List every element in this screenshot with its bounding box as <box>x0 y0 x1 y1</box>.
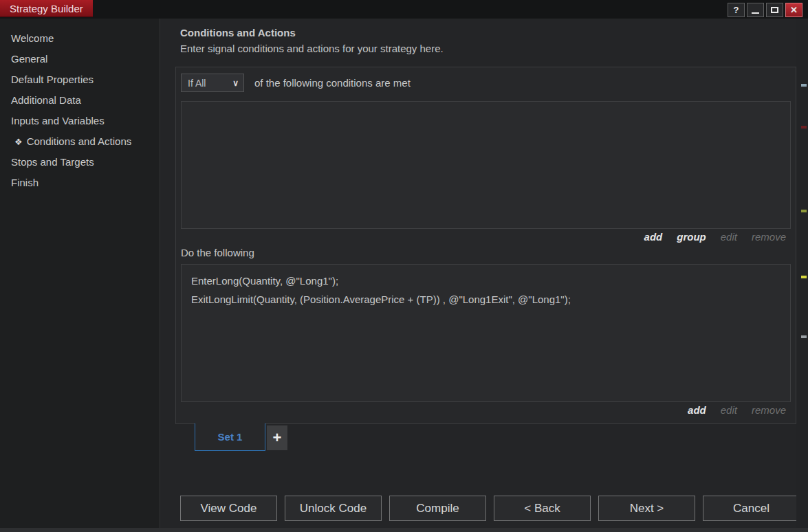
tab-set-1[interactable]: Set 1 <box>195 423 265 451</box>
actions-links: add edit remove <box>688 404 786 416</box>
compile-button[interactable]: Compile <box>389 496 486 521</box>
help-button[interactable]: ? <box>728 3 745 17</box>
edge-mark <box>801 126 807 129</box>
cancel-button[interactable]: Cancel <box>703 496 800 521</box>
sidebar-item-label: Welcome <box>11 32 54 44</box>
sidebar-item-default-properties[interactable]: Default Properties <box>0 69 160 90</box>
sidebar-item-label: Default Properties <box>11 74 94 85</box>
window-title: Strategy Builder <box>0 0 93 17</box>
sidebar-item-label: Inputs and Variables <box>11 115 105 126</box>
add-set-button[interactable]: + <box>267 425 287 450</box>
edge-mark <box>801 335 807 338</box>
actions-list[interactable]: EnterLong(Quantity, @"Long1"); ExitLongL… <box>181 264 791 402</box>
current-step-icon: ❖ <box>14 137 23 147</box>
sidebar-item-conditions-and-actions[interactable]: ❖Conditions and Actions <box>0 131 160 152</box>
footer-button-bar: View Code Unlock Code Compile < Back Nex… <box>180 496 800 521</box>
conditions-list[interactable] <box>181 101 791 229</box>
conditions-add-link[interactable]: add <box>644 231 663 243</box>
sidebar-item-label: Stops and Targets <box>11 156 94 168</box>
close-icon: ✕ <box>790 5 798 15</box>
page-title: Conditions and Actions <box>180 27 296 38</box>
conditions-remove-link: remove <box>752 231 786 243</box>
sidebar-item-label: Finish <box>11 177 39 188</box>
edge-strip <box>796 19 808 528</box>
close-button[interactable]: ✕ <box>785 3 802 17</box>
window-bottom-edge <box>0 528 808 532</box>
help-icon: ? <box>734 5 739 15</box>
sidebar-item-general[interactable]: General <box>0 49 160 69</box>
sidebar-item-welcome[interactable]: Welcome <box>0 28 160 49</box>
sidebar-item-label: Additional Data <box>11 94 81 106</box>
unlock-code-button[interactable]: Unlock Code <box>285 496 382 521</box>
condition-operator-dropdown[interactable]: If All ∨ <box>181 74 244 92</box>
window-controls: ? ✕ <box>728 3 802 17</box>
minimize-button[interactable] <box>747 3 764 17</box>
wizard-step-list: Welcome General Default Properties Addit… <box>0 19 160 528</box>
edge-mark <box>801 276 807 278</box>
condition-operator-row: If All ∨ of the following conditions are… <box>181 74 411 92</box>
sidebar-item-additional-data[interactable]: Additional Data <box>0 90 160 111</box>
actions-remove-link: remove <box>752 404 786 416</box>
maximize-button[interactable] <box>766 3 783 17</box>
sidebar-item-label: General <box>11 53 47 65</box>
condition-operator-suffix: of the following conditions are met <box>254 77 411 89</box>
title-bar: Strategy Builder ? ✕ <box>0 0 808 19</box>
sidebar-item-stops-and-targets[interactable]: Stops and Targets <box>0 152 160 173</box>
action-item[interactable]: EnterLong(Quantity, @"Long1"); <box>191 271 783 290</box>
actions-label: Do the following <box>181 247 254 258</box>
page-subtitle: Enter signal conditions and actions for … <box>180 43 444 54</box>
sidebar-item-inputs-and-variables[interactable]: Inputs and Variables <box>0 111 160 131</box>
sidebar-item-finish[interactable]: Finish <box>0 173 160 193</box>
next-button[interactable]: Next > <box>598 496 695 521</box>
minimize-icon <box>752 12 759 14</box>
edge-mark <box>801 84 807 87</box>
actions-edit-link: edit <box>721 404 737 416</box>
condition-operator-value: If All <box>188 78 206 89</box>
back-button[interactable]: < Back <box>494 496 591 521</box>
edge-mark <box>801 210 807 212</box>
maximize-icon <box>771 7 778 13</box>
condition-set-panel: If All ∨ of the following conditions are… <box>175 67 796 424</box>
chevron-down-icon: ∨ <box>232 78 239 88</box>
actions-add-link[interactable]: add <box>688 404 706 416</box>
conditions-links: add group edit remove <box>644 231 786 243</box>
view-code-button[interactable]: View Code <box>180 496 277 521</box>
conditions-group-link[interactable]: group <box>677 231 706 243</box>
action-item[interactable]: ExitLongLimit(Quantity, (Position.Averag… <box>191 290 783 309</box>
plus-icon: + <box>273 429 282 447</box>
conditions-edit-link: edit <box>721 231 737 243</box>
sidebar-item-label: Conditions and Actions <box>27 135 132 147</box>
